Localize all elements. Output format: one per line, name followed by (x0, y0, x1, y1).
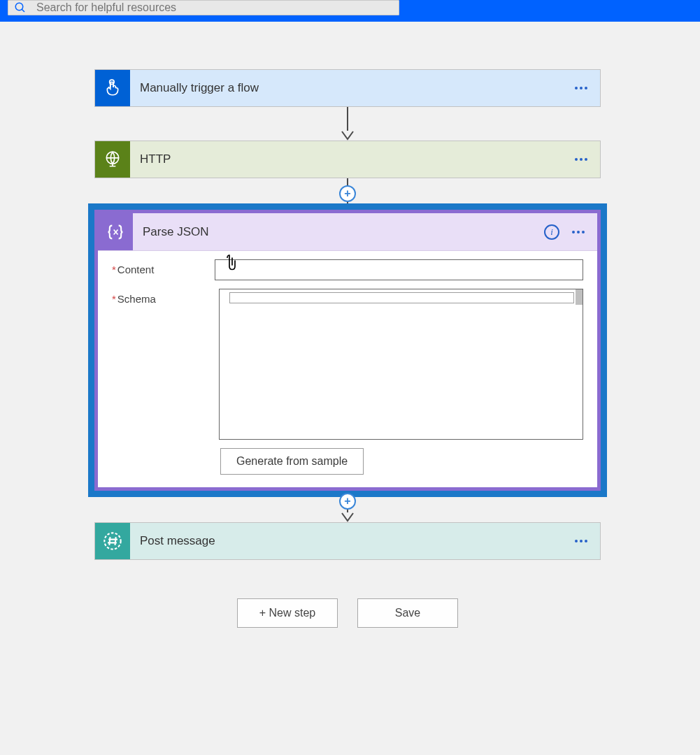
content-input[interactable] (215, 259, 583, 280)
http-title: HTTP (130, 141, 575, 178)
top-bar (0, 0, 700, 22)
parse-json-title: Parse JSON (133, 213, 544, 250)
parse-json-step: Parse JSON i *Content *Schema (88, 203, 607, 497)
scrollbar-stub (576, 289, 583, 305)
search-icon (14, 1, 27, 14)
trigger-step[interactable]: Manually trigger a flow (94, 69, 601, 107)
braces-icon (98, 213, 133, 250)
svg-point-4 (104, 533, 120, 549)
connector: + (94, 178, 601, 203)
more-icon[interactable] (572, 231, 585, 233)
manual-trigger-icon (95, 70, 130, 106)
search-box[interactable] (8, 0, 399, 15)
parse-json-body: *Content *Schema Generate from sample (98, 251, 597, 487)
flow-canvas: Manually trigger a flow HTTP + (0, 22, 700, 628)
trigger-title: Manually trigger a flow (130, 70, 575, 106)
content-label: *Content (112, 259, 215, 275)
schema-label: *Schema (112, 289, 219, 305)
more-icon[interactable] (575, 158, 587, 161)
more-icon[interactable] (575, 87, 587, 89)
hash-icon (95, 523, 130, 559)
add-step-button[interactable]: + (339, 493, 356, 510)
parse-json-header[interactable]: Parse JSON i (98, 213, 597, 251)
svg-line-1 (22, 9, 24, 12)
http-step[interactable]: HTTP (94, 141, 601, 178)
footer-actions: + New step Save (94, 598, 601, 628)
post-message-title: Post message (130, 523, 575, 559)
generate-from-sample-button[interactable]: Generate from sample (220, 448, 364, 475)
globe-icon (95, 141, 130, 178)
info-icon[interactable]: i (544, 224, 559, 240)
connector: + (94, 497, 601, 522)
schema-inner-outline (229, 292, 574, 303)
search-input[interactable] (36, 1, 393, 14)
more-icon[interactable] (575, 540, 587, 542)
connector (94, 107, 601, 141)
new-step-button[interactable]: + New step (237, 598, 338, 628)
schema-textarea[interactable] (219, 289, 583, 440)
post-message-step[interactable]: Post message (94, 522, 601, 560)
add-step-button[interactable]: + (339, 185, 356, 202)
save-button[interactable]: Save (357, 598, 458, 628)
svg-point-0 (15, 3, 23, 10)
